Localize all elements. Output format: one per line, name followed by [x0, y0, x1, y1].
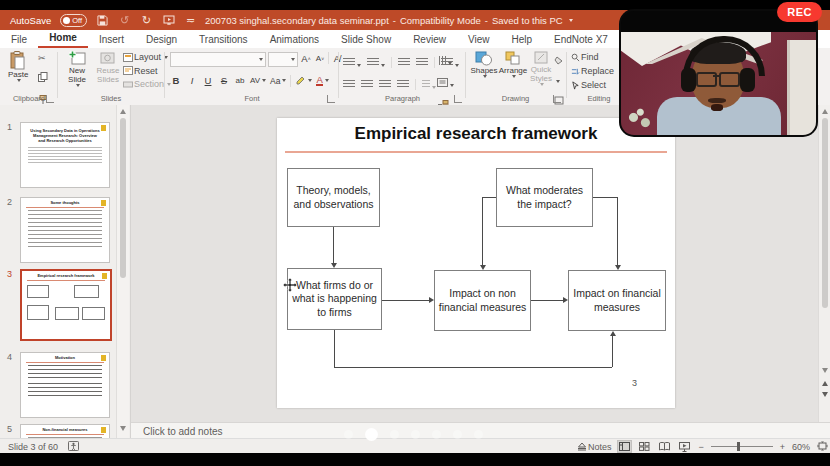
zoom-slider-thumb[interactable]: [737, 442, 740, 451]
character-spacing-button[interactable]: AV: [250, 74, 266, 87]
tab-file[interactable]: File: [0, 32, 38, 48]
logo-mark: [101, 355, 106, 361]
tab-endnote[interactable]: EndNote X7: [543, 32, 619, 48]
main-vertical-scrollbar[interactable]: [818, 105, 830, 453]
justify-button[interactable]: [397, 80, 409, 89]
arrange-button[interactable]: Arrange: [498, 51, 528, 78]
highlight-color-button[interactable]: [295, 74, 312, 87]
scroll-up-arrow-icon[interactable]: [120, 109, 126, 114]
scroll-down-arrow-icon[interactable]: [120, 426, 126, 431]
font-color-button[interactable]: A: [316, 74, 328, 87]
accessibility-checker-icon[interactable]: [68, 441, 79, 453]
saved-location-label[interactable]: Saved to this PC: [492, 15, 563, 26]
tab-home[interactable]: Home: [38, 30, 88, 48]
align-center-button[interactable]: [361, 80, 373, 89]
flowchart-box-financial[interactable]: Impact on financial measures: [568, 270, 666, 331]
text-direction-button[interactable]: [437, 51, 455, 69]
scrollbar-thumb[interactable]: [822, 118, 828, 308]
change-case-button[interactable]: Aa: [270, 74, 286, 87]
select-button[interactable]: Select: [571, 80, 614, 90]
numbering-button[interactable]: [367, 53, 385, 71]
slide-page-number: 3: [632, 378, 637, 388]
thumbnail-slide-3-selected[interactable]: Empirical research framework: [20, 269, 112, 341]
shapes-button[interactable]: Shapes: [470, 51, 498, 78]
tab-design[interactable]: Design: [135, 32, 188, 48]
tab-transitions[interactable]: Transitions: [188, 32, 259, 48]
align-right-button[interactable]: [379, 80, 391, 89]
bold-button[interactable]: B: [170, 74, 182, 87]
underline-button[interactable]: U: [202, 74, 214, 87]
shrink-font-button[interactable]: A˅: [314, 52, 326, 65]
thumbnail-slide-2[interactable]: Some thoughts: [20, 197, 110, 263]
customize-quick-access-icon[interactable]: ≂: [184, 14, 197, 27]
zoom-slider[interactable]: [711, 446, 773, 447]
shape-fill-button[interactable]: [554, 51, 564, 87]
flowchart-box-moderates[interactable]: What moderates the impact?: [496, 168, 593, 227]
find-button[interactable]: Find: [571, 52, 614, 62]
flowchart-box-nonfinancial[interactable]: Impact on non financial measures: [434, 270, 531, 331]
notes-pane[interactable]: Click to add notes: [131, 422, 830, 439]
compatibility-mode-label: Compatibility Mode: [400, 15, 481, 26]
thumbnail-slide-1[interactable]: Using Secondary Data in Operations Manag…: [20, 122, 110, 188]
slide-canvas[interactable]: Empirical research framework Theory, mod…: [277, 118, 675, 408]
connector-moderates-financial: [617, 197, 618, 266]
flowchart-box-firms[interactable]: What firms do or what is happening to fi…: [287, 268, 382, 330]
cut-icon[interactable]: ✂: [38, 53, 48, 63]
zoom-in-button[interactable]: +: [780, 442, 785, 452]
align-text-button[interactable]: [437, 73, 455, 91]
thumbnail-panel-scrollbar[interactable]: [116, 105, 129, 453]
notes-toggle-button[interactable]: Notes: [577, 442, 612, 452]
save-icon[interactable]: [96, 14, 109, 27]
font-name-combobox[interactable]: [170, 52, 266, 67]
zoom-out-button[interactable]: −: [698, 442, 703, 452]
tab-review[interactable]: Review: [402, 32, 457, 48]
replace-button[interactable]: Replace: [571, 66, 614, 76]
copy-icon[interactable]: [38, 68, 48, 86]
new-slide-button[interactable]: New Slide: [61, 51, 93, 87]
drawing-dialog-launcher[interactable]: [553, 95, 561, 103]
font-dialog-launcher[interactable]: [327, 95, 335, 103]
notes-placeholder[interactable]: Click to add notes: [143, 426, 223, 437]
flowchart-box-theory[interactable]: Theory, models, and observations: [287, 168, 380, 227]
scroll-down-arrow-icon[interactable]: [822, 368, 828, 373]
tab-insert[interactable]: Insert: [88, 32, 135, 48]
clipboard-dialog-launcher[interactable]: [46, 95, 54, 103]
find-icon: [571, 53, 580, 62]
tab-animations[interactable]: Animations: [259, 32, 330, 48]
reuse-slides-button[interactable]: Reuse Slides: [93, 51, 123, 84]
thumbnail-slide-4[interactable]: Motivation: [20, 352, 110, 418]
bullets-button[interactable]: [343, 53, 361, 71]
webcam-video-overlay[interactable]: [621, 11, 816, 135]
previous-slide-button[interactable]: [822, 381, 828, 386]
slide-sorter-view-button[interactable]: [638, 441, 651, 452]
slide-title[interactable]: Empirical research framework: [277, 124, 675, 144]
paragraph-dialog-launcher[interactable]: [454, 95, 462, 103]
decrease-indent-button[interactable]: [398, 58, 410, 67]
font-size-combobox[interactable]: [268, 52, 298, 67]
fit-slide-to-window-button[interactable]: [817, 441, 828, 453]
slideshow-view-button[interactable]: [678, 441, 691, 452]
increase-indent-button[interactable]: [416, 58, 428, 67]
reading-view-button[interactable]: [658, 441, 671, 452]
text-shadow-button[interactable]: ab: [234, 74, 246, 87]
strikethrough-button[interactable]: S: [218, 74, 230, 87]
paste-button[interactable]: Paste: [8, 51, 28, 82]
normal-view-button[interactable]: [618, 441, 631, 452]
autosave-toggle[interactable]: Off: [60, 14, 87, 27]
scrollbar-thumb[interactable]: [120, 118, 126, 278]
tab-view[interactable]: View: [457, 32, 501, 48]
next-slide-button[interactable]: [822, 392, 828, 397]
start-slideshow-icon[interactable]: [162, 14, 175, 27]
columns-button[interactable]: [422, 75, 436, 93]
redo-icon[interactable]: ↻: [140, 14, 153, 27]
zoom-level[interactable]: 60%: [792, 442, 810, 452]
quick-styles-button[interactable]: Quick Styles: [528, 51, 554, 86]
arrowhead-right: [563, 297, 568, 303]
undo-icon[interactable]: ↺: [118, 14, 131, 27]
italic-button[interactable]: I: [186, 74, 198, 87]
tab-slide-show[interactable]: Slide Show: [330, 32, 402, 48]
align-left-button[interactable]: [343, 80, 355, 89]
tab-help[interactable]: Help: [500, 32, 543, 48]
grow-font-button[interactable]: A˄: [300, 52, 312, 65]
scroll-up-arrow-icon[interactable]: [822, 109, 828, 114]
